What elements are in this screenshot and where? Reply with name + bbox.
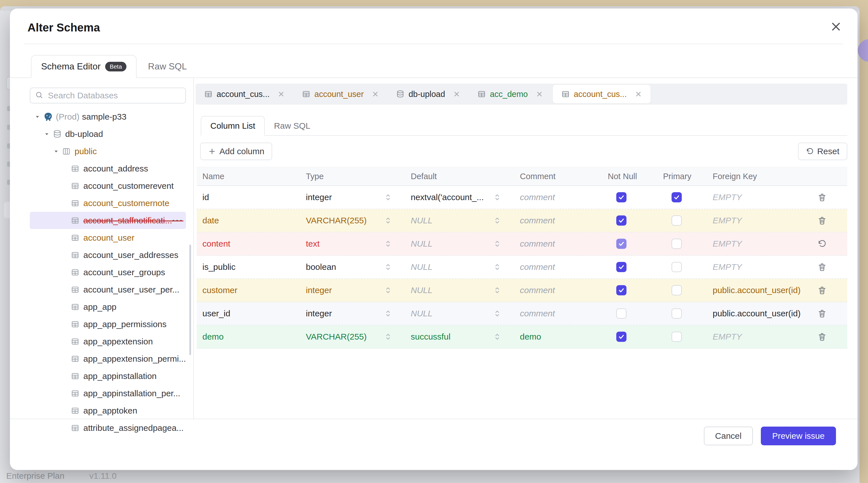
type-select-icon[interactable] [384, 216, 411, 225]
tree-item[interactable]: account_staffnotificati... ··· [30, 212, 186, 229]
primary-checkbox[interactable] [672, 285, 682, 295]
column-type-cell[interactable]: VARCHAR(255) [306, 216, 384, 225]
not-null-checkbox[interactable] [616, 239, 626, 249]
delete-column-icon[interactable] [817, 262, 827, 271]
tree-item[interactable]: attribute_assignedpagea... [30, 419, 186, 437]
not-null-checkbox[interactable] [616, 262, 626, 272]
restore-column-icon[interactable] [817, 239, 827, 248]
delete-column-icon[interactable] [817, 332, 827, 341]
type-select-icon[interactable] [384, 332, 411, 341]
delete-column-icon[interactable] [817, 193, 827, 202]
not-null-checkbox[interactable] [616, 309, 626, 319]
reset-button[interactable]: Reset [798, 142, 847, 160]
table-tab[interactable]: account_cus... [195, 84, 293, 105]
type-select-icon[interactable] [384, 239, 411, 248]
delete-column-icon[interactable] [817, 216, 827, 225]
column-name-cell[interactable]: customer [203, 285, 306, 295]
tree-item[interactable]: app_appextension [30, 333, 186, 350]
type-select-icon[interactable] [384, 286, 411, 294]
column-default-cell[interactable]: NULL [411, 239, 493, 249]
column-type-cell[interactable]: integer [306, 285, 384, 295]
not-null-checkbox[interactable] [616, 216, 626, 226]
tree-item[interactable]: account_user_groups [30, 264, 186, 281]
tree-item[interactable]: app_app_permissions [30, 316, 186, 333]
column-name-cell[interactable]: content [203, 239, 306, 249]
foreign-key-cell[interactable]: EMPTY [713, 332, 812, 342]
type-select-icon[interactable] [384, 263, 411, 271]
type-select-icon[interactable] [384, 309, 411, 318]
delete-column-icon[interactable] [817, 286, 827, 295]
tree-item[interactable]: app_apptoken [30, 402, 186, 419]
tab-schema-editor[interactable]: Schema Editor Beta [31, 55, 136, 78]
tree-item[interactable]: account_address [30, 160, 186, 177]
add-column-button[interactable]: Add column [200, 142, 272, 160]
primary-checkbox[interactable] [672, 262, 682, 272]
primary-checkbox[interactable] [672, 216, 682, 226]
sidebar-scrollbar[interactable] [189, 245, 191, 355]
table-tab[interactable]: account_user [293, 84, 388, 105]
subtab-raw-sql[interactable]: Raw SQL [265, 117, 319, 135]
foreign-key-cell[interactable]: public.account_user(id) [713, 309, 812, 318]
column-type-cell[interactable]: text [306, 239, 384, 249]
default-select-icon[interactable] [493, 332, 520, 341]
column-comment-cell[interactable]: demo [520, 332, 608, 342]
tree-item[interactable]: app_appinstallation_per... [30, 385, 186, 402]
column-name-cell[interactable]: is_public [203, 262, 306, 272]
type-select-icon[interactable] [384, 193, 411, 201]
column-type-cell[interactable]: boolean [306, 262, 384, 272]
close-tab-icon[interactable] [635, 90, 642, 98]
column-type-cell[interactable]: VARCHAR(255) [306, 332, 384, 342]
tree-item[interactable]: account_user [30, 229, 186, 246]
default-select-icon[interactable] [493, 309, 520, 318]
tree-item[interactable]: account_customernote [30, 194, 186, 212]
tree-item[interactable]: (Prod) sample-p33 [30, 108, 186, 125]
primary-checkbox[interactable] [672, 239, 682, 249]
tree-item[interactable]: public [30, 142, 186, 160]
column-comment-cell[interactable]: comment [520, 309, 608, 318]
table-tab[interactable]: acc_demo [469, 84, 552, 105]
foreign-key-cell[interactable]: EMPTY [713, 262, 812, 272]
tree-item[interactable]: app_appextension_permi... [30, 350, 186, 367]
column-comment-cell[interactable]: comment [520, 262, 608, 272]
tree-item[interactable]: app_app [30, 298, 186, 316]
search-input[interactable] [47, 90, 181, 101]
column-default-cell[interactable]: nextval('account_... [411, 192, 493, 202]
delete-column-icon[interactable] [817, 309, 827, 318]
column-name-cell[interactable]: user_id [203, 309, 306, 318]
foreign-key-cell[interactable]: EMPTY [713, 239, 812, 249]
tree-item[interactable]: account_user_addresses [30, 246, 186, 264]
close-tab-icon[interactable] [536, 90, 543, 98]
default-select-icon[interactable] [493, 263, 520, 271]
not-null-checkbox[interactable] [616, 192, 626, 202]
column-comment-cell[interactable]: comment [520, 192, 608, 202]
default-select-icon[interactable] [493, 286, 520, 294]
tree-item[interactable]: account_user_user_per... [30, 281, 186, 298]
primary-checkbox[interactable] [672, 332, 682, 342]
caret-down-icon[interactable] [53, 148, 62, 155]
default-select-icon[interactable] [493, 239, 520, 248]
tab-raw-sql[interactable]: Raw SQL [136, 56, 198, 77]
tree-item[interactable]: db-upload [30, 125, 186, 142]
tree-item[interactable]: account_customerevent [30, 177, 186, 194]
table-tab[interactable]: account_cus... [553, 85, 651, 103]
not-null-checkbox[interactable] [616, 332, 626, 342]
subtab-column-list[interactable]: Column List [201, 116, 265, 136]
column-comment-cell[interactable]: comment [520, 285, 608, 295]
close-tab-icon[interactable] [278, 90, 285, 98]
preview-issue-button[interactable]: Preview issue [761, 427, 836, 445]
column-type-cell[interactable]: integer [306, 309, 384, 318]
column-name-cell[interactable]: id [203, 192, 306, 202]
close-tab-icon[interactable] [372, 90, 379, 98]
primary-checkbox[interactable] [672, 309, 682, 319]
column-default-cell[interactable]: NULL [411, 285, 493, 295]
column-default-cell[interactable]: NULL [411, 216, 493, 225]
foreign-key-cell[interactable]: EMPTY [713, 216, 812, 225]
table-tab[interactable]: db-upload [388, 84, 469, 105]
cancel-button[interactable]: Cancel [704, 427, 753, 445]
foreign-key-cell[interactable]: EMPTY [713, 192, 812, 202]
column-default-cell[interactable]: succussful [411, 332, 493, 342]
column-name-cell[interactable]: date [203, 216, 306, 225]
column-comment-cell[interactable]: comment [520, 216, 608, 225]
column-default-cell[interactable]: NULL [411, 309, 493, 318]
close-tab-icon[interactable] [453, 90, 460, 98]
